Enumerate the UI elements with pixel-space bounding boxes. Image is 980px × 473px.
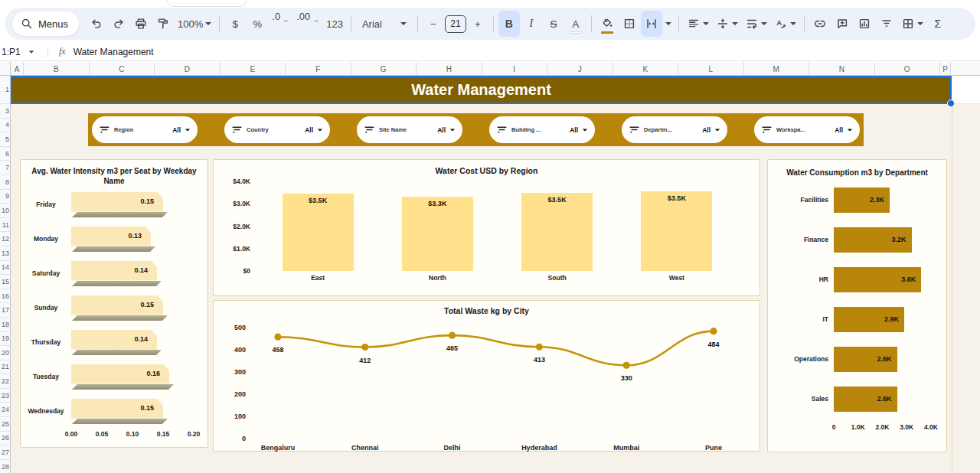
text-wrap-button[interactable] xyxy=(742,11,770,37)
vertical-align-button[interactable] xyxy=(713,11,741,37)
filter-funnel-icon xyxy=(761,124,773,135)
column-header-P[interactable]: P xyxy=(940,62,951,76)
column-header-J[interactable]: J xyxy=(547,62,613,76)
column-header-O[interactable]: O xyxy=(875,62,941,76)
row-header-1[interactable]: 1 xyxy=(0,76,10,104)
row-header-12[interactable]: 12 xyxy=(0,232,10,246)
decrease-decimals-button[interactable]: .0← xyxy=(269,11,292,37)
insert-chart-button[interactable] xyxy=(854,11,875,37)
chart-total-waste-city[interactable]: Total Waste kg by City 50040030020010004… xyxy=(213,300,760,452)
paint-format-button[interactable] xyxy=(152,11,174,37)
font-size-input[interactable]: 21 xyxy=(445,15,466,33)
column-header-G[interactable]: G xyxy=(351,62,417,76)
row-header-26[interactable]: 26 xyxy=(0,432,10,446)
bold-button[interactable]: B xyxy=(498,11,520,37)
text-rotation-button[interactable]: A xyxy=(771,11,799,37)
increase-font-size-button[interactable]: + xyxy=(467,11,488,37)
row-header-11[interactable]: 11 xyxy=(0,218,10,233)
row-header-27[interactable]: 27 xyxy=(0,445,10,460)
font-family-select[interactable]: Arial xyxy=(356,11,413,37)
column-header-C[interactable]: C xyxy=(90,62,155,76)
print-button[interactable] xyxy=(130,11,152,37)
column-header-B[interactable]: B xyxy=(24,62,90,76)
selection-handle[interactable] xyxy=(947,99,955,107)
column-header-D[interactable]: D xyxy=(155,62,220,76)
filter-chip-country[interactable]: CountryAll xyxy=(224,116,330,143)
svg-text:100: 100 xyxy=(234,413,246,420)
decrease-font-size-button[interactable]: − xyxy=(423,11,444,37)
row-header-21[interactable]: 21 xyxy=(0,360,10,375)
increase-decimals-button[interactable]: .00→ xyxy=(293,11,322,37)
merge-cells-menu[interactable] xyxy=(663,11,674,37)
name-box-value: 1:P1 xyxy=(2,47,21,57)
row-header-17[interactable]: 17 xyxy=(0,303,10,318)
more-formats-button[interactable]: 123 xyxy=(323,11,346,37)
format-currency-button[interactable]: $ xyxy=(224,11,246,37)
italic-button[interactable]: I xyxy=(521,11,542,37)
row-header-13[interactable]: 13 xyxy=(0,246,10,261)
row-header-28[interactable]: 28 xyxy=(0,460,10,473)
filter-value: All xyxy=(437,126,446,134)
borders-button[interactable] xyxy=(619,11,640,37)
row-header-7[interactable]: 7 xyxy=(0,161,10,175)
chart-consumption-department[interactable]: Water Consumption m3 by Department Facil… xyxy=(767,159,947,452)
row-header-25[interactable]: 25 xyxy=(0,417,10,432)
column-header-M[interactable]: M xyxy=(744,62,810,76)
functions-button[interactable]: Σ xyxy=(927,11,949,37)
bar: 2.3K xyxy=(834,188,890,213)
chart-weekday-intensity[interactable]: Avg. Water Intensity m3 per Seat by Week… xyxy=(20,159,208,448)
row-header-16[interactable]: 16 xyxy=(0,289,10,304)
row-header-3[interactable]: 3 xyxy=(0,104,10,119)
strikethrough-button[interactable]: S xyxy=(543,11,564,37)
x-axis-label: West xyxy=(617,274,737,282)
column-header-N[interactable]: N xyxy=(809,62,875,76)
row-header-4[interactable]: 4 xyxy=(0,119,10,133)
name-box[interactable]: 1:P1 xyxy=(0,47,47,57)
fill-color-button[interactable] xyxy=(596,11,618,37)
column-header-K[interactable]: K xyxy=(613,62,679,76)
data-point xyxy=(361,344,368,351)
row-header-22[interactable]: 22 xyxy=(0,374,10,389)
row-header-19[interactable]: 19 xyxy=(0,332,10,347)
insert-link-button[interactable] xyxy=(809,11,831,37)
table-tools-button[interactable] xyxy=(898,11,926,37)
row-header-10[interactable]: 10 xyxy=(0,204,10,218)
merge-cells-button[interactable] xyxy=(641,11,662,37)
row-header-6[interactable]: 6 xyxy=(0,147,10,161)
column-header-L[interactable]: L xyxy=(678,62,744,76)
row-header-9[interactable]: 9 xyxy=(0,190,10,204)
text-color-button[interactable]: A xyxy=(565,11,586,37)
filter-chip-site-name[interactable]: Site NameAll xyxy=(357,116,462,143)
chart-water-cost-region[interactable]: Water Cost USD by Region $4.0K$3.0K$2.0K… xyxy=(213,159,760,296)
row-header-18[interactable]: 18 xyxy=(0,318,10,332)
row-header-23[interactable]: 23 xyxy=(0,389,10,403)
svg-text:484: 484 xyxy=(707,341,719,348)
zoom-select[interactable]: 100% xyxy=(175,11,214,37)
menus-search[interactable]: Menus xyxy=(12,11,79,36)
formula-input[interactable]: Water Management xyxy=(74,47,154,57)
filter-chip-region[interactable]: RegionAll xyxy=(92,116,198,143)
column-header-H[interactable]: H xyxy=(416,62,482,76)
row-header-8[interactable]: 8 xyxy=(0,175,10,190)
insert-comment-button[interactable] xyxy=(831,11,853,37)
select-all-corner[interactable] xyxy=(0,62,11,76)
row-header-24[interactable]: 24 xyxy=(0,403,10,417)
x-axis-label: South xyxy=(498,274,617,282)
create-filter-button[interactable] xyxy=(876,11,897,37)
filter-chip-departm---[interactable]: Departm...All xyxy=(622,116,727,143)
column-header-E[interactable]: E xyxy=(220,62,286,76)
row-header-20[interactable]: 20 xyxy=(0,346,10,360)
title-banner-cell[interactable]: Water Management xyxy=(11,76,952,104)
filter-chip-workspa---[interactable]: Workspa...All xyxy=(754,116,860,143)
format-percent-button[interactable]: % xyxy=(247,11,268,37)
filter-chip-building----[interactable]: Building ...All xyxy=(489,116,595,143)
row-header-5[interactable]: 5 xyxy=(0,132,10,147)
column-header-F[interactable]: F xyxy=(286,62,351,76)
column-header-I[interactable]: I xyxy=(482,62,548,76)
row-header-15[interactable]: 15 xyxy=(0,275,10,289)
row-header-14[interactable]: 14 xyxy=(0,261,10,276)
undo-button[interactable] xyxy=(86,11,107,37)
column-header-A[interactable]: A xyxy=(11,62,24,76)
redo-button[interactable] xyxy=(108,11,129,37)
horizontal-align-button[interactable] xyxy=(684,11,712,37)
